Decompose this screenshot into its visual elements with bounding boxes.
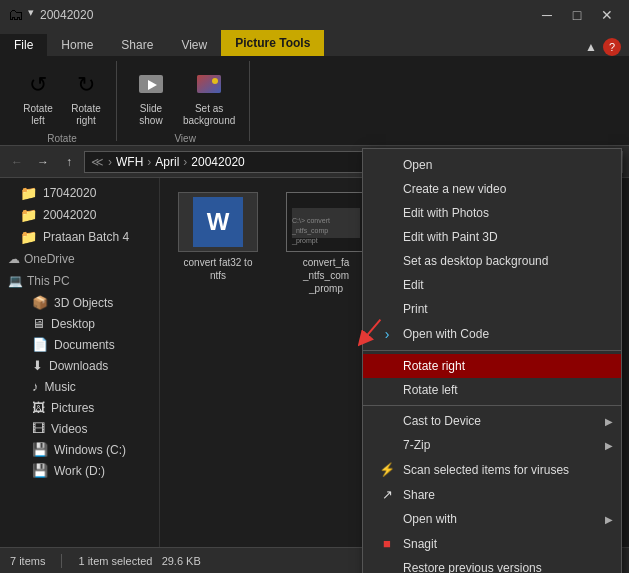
svg-line-18 — [363, 320, 381, 341]
rotate-right-button[interactable]: ↻ Rotateright — [64, 65, 108, 131]
rotate-left-button[interactable]: ↺ Rotateleft — [16, 65, 60, 131]
tab-view[interactable]: View — [167, 34, 221, 56]
context-menu: Open Create a new video Edit with Photos… — [362, 148, 622, 573]
path-home-icon: ≪ — [91, 155, 104, 169]
file-label: convert_fa_ntfs_com_promp — [303, 256, 350, 295]
desktop-icon: 🖥 — [32, 316, 45, 331]
ctx-snagit[interactable]: ■ Snagit — [363, 531, 621, 556]
sidebar-item-videos[interactable]: 🎞 Videos — [0, 418, 159, 439]
drive-c-icon: 💾 — [32, 442, 48, 457]
ctx-label: Create a new video — [403, 182, 506, 196]
file-item[interactable]: C:\> convert _ntfs_comp _prompt convert_… — [276, 186, 376, 301]
music-icon: ♪ — [32, 379, 39, 394]
help-icon[interactable]: ? — [603, 38, 621, 56]
cloud-icon: ☁ — [8, 252, 20, 266]
rotate-left-label: Rotateleft — [23, 103, 52, 127]
sidebar-item-20042020[interactable]: 📁 20042020 — [0, 204, 159, 226]
sidebar-item-onedrive[interactable]: ☁ OneDrive — [0, 248, 159, 270]
sidebar-label: Downloads — [49, 359, 108, 373]
sidebar-item-prataan[interactable]: 📁 Prataan Batch 4 — [0, 226, 159, 248]
pc-icon: 💻 — [8, 274, 23, 288]
view-group-label: View — [174, 133, 196, 144]
sidebar-item-17042020[interactable]: 📁 17042020 — [0, 182, 159, 204]
slideshow-icon — [135, 69, 167, 101]
set-background-button[interactable]: Set asbackground — [177, 65, 241, 131]
arrow-annotation — [358, 318, 382, 358]
ribbon-group-view: Slideshow Set asbackground View — [121, 61, 250, 141]
word-icon: W — [193, 197, 243, 247]
rotate-group-label: Rotate — [47, 133, 76, 144]
sidebar-item-windows-c[interactable]: 💾 Windows (C:) — [0, 439, 159, 460]
slideshow-button[interactable]: Slideshow — [129, 65, 173, 131]
set-background-icon — [193, 69, 225, 101]
ctx-label: Edit with Photos — [403, 206, 489, 220]
svg-text:_prompt: _prompt — [291, 237, 318, 245]
file-thumbnail: C:\> convert _ntfs_comp _prompt — [286, 192, 366, 252]
tab-file[interactable]: File — [0, 34, 47, 56]
ctx-create-video[interactable]: Create a new video — [363, 177, 621, 201]
ctx-label: Scan selected items for viruses — [403, 463, 569, 477]
path-sep3: › — [183, 155, 187, 169]
sidebar-item-3dobjects[interactable]: 📦 3D Objects — [0, 292, 159, 313]
title-bar-controls: ─ □ ✕ — [533, 5, 621, 25]
sidebar-item-desktop[interactable]: 🖥 Desktop — [0, 313, 159, 334]
sidebar-item-pictures[interactable]: 🖼 Pictures — [0, 397, 159, 418]
ctx-label: Open with Code — [403, 327, 489, 341]
tab-home[interactable]: Home — [47, 34, 107, 56]
folder-icon: 📁 — [20, 207, 37, 223]
ctx-edit[interactable]: Edit — [363, 273, 621, 297]
ctx-open-vscode[interactable]: › Open with Code — [363, 321, 621, 347]
title-bar-left: 🗂 ▾ 20042020 — [8, 6, 93, 24]
minimize-button[interactable]: ─ — [533, 5, 561, 25]
sidebar-label: Videos — [51, 422, 87, 436]
sidebar-label: This PC — [27, 274, 70, 288]
sidebar-item-work-d[interactable]: 💾 Work (D:) — [0, 460, 159, 481]
ctx-7zip[interactable]: 7-Zip — [363, 433, 621, 457]
maximize-button[interactable]: □ — [563, 5, 591, 25]
title-bar-icons: 🗂 ▾ — [8, 6, 34, 24]
ctx-open[interactable]: Open — [363, 153, 621, 177]
ctx-rotate-right[interactable]: Rotate right — [363, 354, 621, 378]
ctx-label: Share — [403, 488, 435, 502]
pictures-icon: 🖼 — [32, 400, 45, 415]
drive-d-icon: 💾 — [32, 463, 48, 478]
sidebar-item-music[interactable]: ♪ Music — [0, 376, 159, 397]
videos-icon: 🎞 — [32, 421, 45, 436]
ctx-edit-photos[interactable]: Edit with Photos — [363, 201, 621, 225]
ctx-print[interactable]: Print — [363, 297, 621, 321]
sidebar-item-documents[interactable]: 📄 Documents — [0, 334, 159, 355]
ctx-restore-versions[interactable]: Restore previous versions — [363, 556, 621, 573]
ctx-scan-viruses[interactable]: ⚡ Scan selected items for viruses — [363, 457, 621, 482]
scan-icon: ⚡ — [379, 462, 395, 477]
ctx-open-with[interactable]: Open with — [363, 507, 621, 531]
ctx-share[interactable]: ↗ Share — [363, 482, 621, 507]
title-bar: 🗂 ▾ 20042020 ─ □ ✕ — [0, 0, 629, 30]
3dobjects-icon: 📦 — [32, 295, 48, 310]
ctx-cast-to-device[interactable]: Cast to Device — [363, 409, 621, 433]
downloads-icon: ⬇ — [32, 358, 43, 373]
tab-picture-tools[interactable]: Picture Tools — [221, 30, 324, 56]
sidebar-item-thispc[interactable]: 💻 This PC — [0, 270, 159, 292]
slideshow-label: Slideshow — [139, 103, 162, 127]
path-april[interactable]: April — [155, 155, 179, 169]
forward-button[interactable]: → — [32, 151, 54, 173]
ctx-label: Print — [403, 302, 428, 316]
close-button[interactable]: ✕ — [593, 5, 621, 25]
ctx-edit-paint3d[interactable]: Edit with Paint 3D — [363, 225, 621, 249]
ctx-rotate-left[interactable]: Rotate left — [363, 378, 621, 402]
path-wfh[interactable]: WFH — [116, 155, 143, 169]
back-button[interactable]: ← — [6, 151, 28, 173]
sidebar-item-downloads[interactable]: ⬇ Downloads — [0, 355, 159, 376]
window-title: 20042020 — [40, 8, 93, 22]
sidebar: 📁 17042020 📁 20042020 📁 Prataan Batch 4 … — [0, 178, 160, 547]
path-folder[interactable]: 20042020 — [191, 155, 244, 169]
up-button[interactable]: ↑ — [58, 151, 80, 173]
ctx-set-desktop-bg[interactable]: Set as desktop background — [363, 249, 621, 273]
ribbon-collapse-icon[interactable]: ▲ — [585, 40, 597, 54]
file-item[interactable]: W convert fat32 tontfs — [168, 186, 268, 301]
item-count: 7 items — [10, 555, 45, 567]
tab-share[interactable]: Share — [107, 34, 167, 56]
sidebar-label: 17042020 — [43, 186, 96, 200]
file-thumbnail: W — [178, 192, 258, 252]
status-separator — [61, 554, 62, 568]
